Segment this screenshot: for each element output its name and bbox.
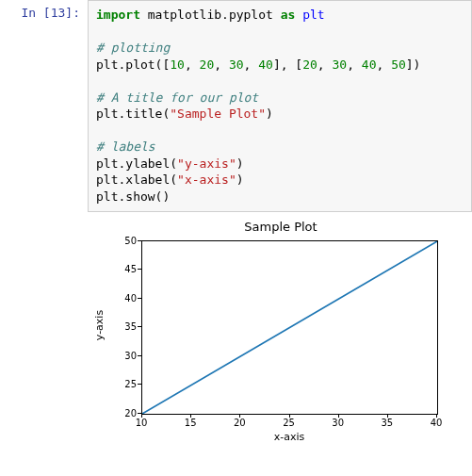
code-editor[interactable]: import matplotlib.pyplot as plt # plotti… xyxy=(88,0,472,212)
y-tick-mark xyxy=(138,355,141,356)
code-text: ) xyxy=(266,107,273,121)
x-axis-label: x-axis xyxy=(274,431,305,443)
x-tick-mark xyxy=(338,414,339,418)
num: 30 xyxy=(333,57,348,72)
chart-title: Sample Plot xyxy=(90,220,472,234)
code-text: , xyxy=(185,57,200,72)
code-text: plt.ylabel( xyxy=(96,156,177,171)
code-text: , xyxy=(244,57,259,72)
string: "x-axis" xyxy=(177,172,236,187)
code-text: matplotlib.pyplot xyxy=(140,8,281,22)
y-tick-label: 50 xyxy=(108,235,137,245)
code-text: ], [ xyxy=(273,57,302,72)
y-tick-label: 25 xyxy=(108,379,137,389)
y-tick-label: 40 xyxy=(108,292,137,303)
y-tick-mark xyxy=(138,384,141,385)
code-text: , xyxy=(347,57,362,72)
comment: # A title for our plot xyxy=(96,90,258,105)
code-text: ) xyxy=(236,156,244,171)
input-prompt: In [13]: xyxy=(0,0,88,20)
x-tick-label: 30 xyxy=(332,418,344,428)
num: 40 xyxy=(362,57,377,72)
y-tick-label: 30 xyxy=(108,350,137,360)
y-tick-label: 35 xyxy=(108,321,137,332)
num: 10 xyxy=(170,57,185,72)
x-tick-label: 20 xyxy=(234,418,246,428)
code-text: , xyxy=(214,57,229,72)
num: 30 xyxy=(229,57,244,72)
matplotlib-figure: Sample Plot y-axis x-axis 20253035404550… xyxy=(90,220,472,443)
code-text: plt.plot([ xyxy=(96,57,170,72)
code-text: , xyxy=(317,57,333,72)
x-tick-mark xyxy=(190,414,191,418)
x-tick-mark xyxy=(387,414,388,418)
plot-wrap: y-axis x-axis 20253035404550101520253035… xyxy=(90,236,457,443)
output-area: Sample Plot y-axis x-axis 20253035404550… xyxy=(80,212,472,443)
plot-area xyxy=(141,240,438,415)
code-text: ) xyxy=(236,172,244,187)
line-series xyxy=(142,241,437,414)
code-text: plt.show() xyxy=(96,189,170,204)
x-tick-label: 10 xyxy=(136,418,148,428)
string: "Sample Plot" xyxy=(170,107,266,121)
code-text: ]) xyxy=(406,57,421,72)
y-tick-mark xyxy=(138,298,141,299)
comment: # plotting xyxy=(96,41,170,55)
num: 40 xyxy=(258,57,273,72)
x-tick-label: 15 xyxy=(185,418,197,428)
code-text: , xyxy=(376,57,391,72)
y-tick-mark xyxy=(138,240,141,241)
code-text: plt.xlabel( xyxy=(96,172,177,187)
string: "y-axis" xyxy=(177,156,236,171)
y-tick-label: 45 xyxy=(108,264,137,274)
code-text: plt.title( xyxy=(96,107,170,121)
y-tick-mark xyxy=(138,269,141,270)
x-tick-label: 35 xyxy=(381,418,393,428)
num: 20 xyxy=(302,57,317,72)
kw-import: import xyxy=(96,8,140,22)
y-tick-label: 20 xyxy=(108,407,137,418)
kw-as: as xyxy=(281,8,296,22)
x-tick-mark xyxy=(436,414,437,418)
x-tick-label: 40 xyxy=(431,418,443,428)
x-tick-mark xyxy=(239,414,240,418)
x-tick-mark xyxy=(141,414,142,418)
code-cell: In [13]: import matplotlib.pyplot as plt… xyxy=(0,0,472,212)
alias: plt xyxy=(295,8,324,22)
x-tick-label: 25 xyxy=(283,418,295,428)
num: 20 xyxy=(200,57,215,72)
y-axis-label: y-axis xyxy=(93,309,106,339)
y-tick-mark xyxy=(138,326,141,327)
x-tick-mark xyxy=(289,414,290,418)
num: 50 xyxy=(391,57,406,72)
comment: # labels xyxy=(96,140,155,154)
